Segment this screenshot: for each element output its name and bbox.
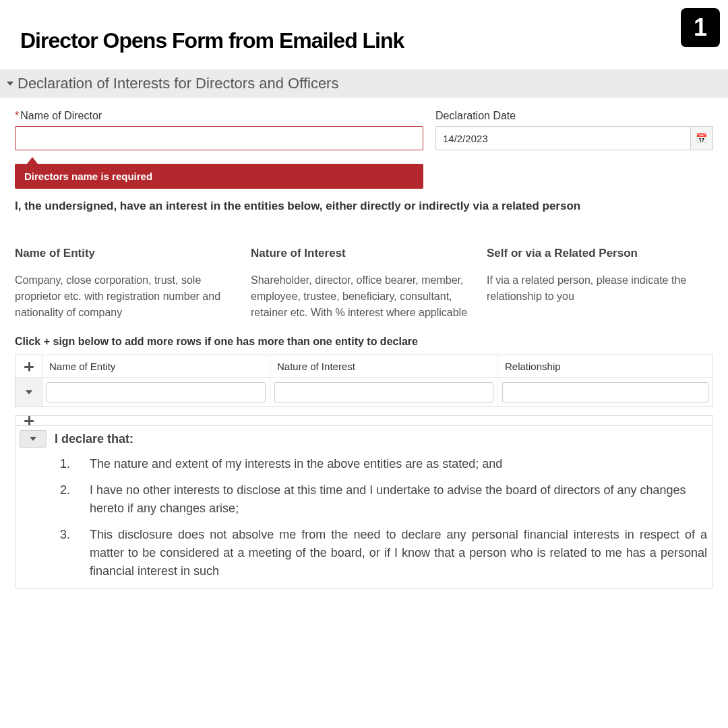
add-row-button[interactable]: [16, 355, 42, 377]
grid-header-nature: Nature of Interest: [270, 355, 498, 377]
declaration-item: 2.I have no other interests to disclose …: [55, 481, 707, 518]
director-name-input[interactable]: [15, 126, 423, 150]
calendar-button[interactable]: 📅: [691, 126, 713, 150]
declaration-item: 3.This disclosure does not absolve me fr…: [55, 526, 707, 580]
director-label: *Name of Director: [15, 110, 423, 122]
grid-header-relationship: Relationship: [498, 355, 712, 377]
director-error-message: Directors name is required: [15, 164, 423, 189]
page-title: Director Opens Form from Emailed Link: [0, 0, 728, 69]
declaration-grid: I declare that: 1.The nature and extent …: [15, 415, 713, 589]
required-star-icon: *: [15, 110, 19, 121]
add-declaration-button[interactable]: [16, 416, 42, 425]
section-header[interactable]: Declaration of Interests for Directors a…: [0, 69, 728, 98]
column-relationship: Self or via a Related Person If via a re…: [487, 247, 713, 321]
step-badge: 1: [681, 8, 720, 47]
date-label: Declaration Date: [435, 110, 713, 122]
grid-header-entity: Name of Entity: [42, 355, 270, 377]
entities-grid: Name of Entity Nature of Interest Relati…: [15, 355, 713, 407]
entity-input[interactable]: [47, 382, 266, 402]
caret-down-icon: [26, 390, 32, 394]
caret-down-icon: [30, 437, 36, 441]
declaration-row-menu[interactable]: [20, 430, 47, 448]
relationship-input[interactable]: [502, 382, 708, 402]
caret-down-icon: [7, 82, 13, 86]
column-entity: Name of Entity Company, close corporatio…: [15, 247, 241, 321]
add-rows-hint: Click + sign below to add more rows if o…: [15, 336, 713, 348]
declaration-item: 1.The nature and extent of my interests …: [55, 455, 707, 473]
grid-row: [16, 378, 712, 406]
declaration-date-input[interactable]: [435, 126, 691, 150]
section-title: Declaration of Interests for Directors a…: [18, 75, 338, 92]
declaration-title: I declare that:: [55, 430, 707, 448]
column-nature: Nature of Interest Shareholder, director…: [251, 247, 477, 321]
nature-input[interactable]: [274, 382, 493, 402]
plus-icon: [24, 362, 34, 371]
undersigned-statement: I, the undersigned, have an interest in …: [15, 200, 713, 213]
calendar-icon: 📅: [696, 133, 707, 144]
error-pointer-icon: [27, 157, 38, 164]
plus-icon: [24, 416, 34, 425]
row-menu-button[interactable]: [16, 378, 42, 406]
